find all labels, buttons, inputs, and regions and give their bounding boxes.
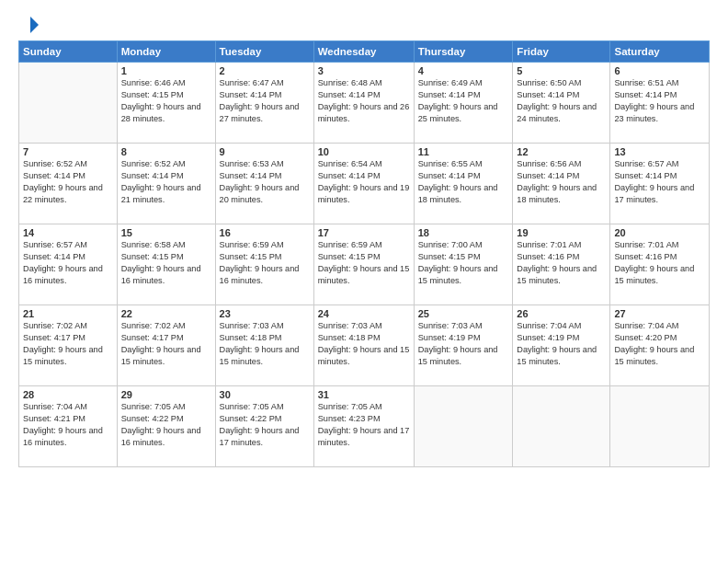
day-info: Sunrise: 6:57 AMSunset: 4:14 PMDaylight:…: [23, 239, 113, 287]
day-info: Sunrise: 6:56 AMSunset: 4:14 PMDaylight:…: [517, 158, 606, 206]
day-number: 27: [614, 308, 705, 319]
calendar-day-cell: 24Sunrise: 7:03 AMSunset: 4:18 PMDayligh…: [313, 305, 414, 386]
weekday-header-tuesday: Tuesday: [215, 41, 313, 63]
calendar-day-cell: [610, 386, 710, 467]
day-number: 3: [318, 65, 410, 76]
day-info: Sunrise: 6:51 AMSunset: 4:14 PMDaylight:…: [614, 77, 705, 125]
day-info: Sunrise: 6:49 AMSunset: 4:14 PMDaylight:…: [418, 77, 509, 125]
calendar-day-cell: [513, 386, 610, 467]
day-number: 17: [318, 227, 410, 238]
day-number: 1: [121, 65, 211, 76]
calendar-day-cell: 10Sunrise: 6:54 AMSunset: 4:14 PMDayligh…: [313, 144, 414, 224]
day-info: Sunrise: 6:48 AMSunset: 4:14 PMDaylight:…: [318, 77, 410, 125]
day-info: Sunrise: 6:52 AMSunset: 4:14 PMDaylight:…: [23, 158, 113, 206]
day-info: Sunrise: 7:04 AMSunset: 4:21 PMDaylight:…: [23, 401, 113, 449]
calendar-week-2: 7Sunrise: 6:52 AMSunset: 4:14 PMDaylight…: [19, 144, 710, 224]
calendar-day-cell: 26Sunrise: 7:04 AMSunset: 4:19 PMDayligh…: [513, 305, 610, 386]
calendar-day-cell: 7Sunrise: 6:52 AMSunset: 4:14 PMDaylight…: [19, 144, 118, 224]
day-number: 13: [614, 146, 705, 157]
calendar-day-cell: 14Sunrise: 6:57 AMSunset: 4:14 PMDayligh…: [19, 224, 118, 305]
calendar-day-cell: 19Sunrise: 7:01 AMSunset: 4:16 PMDayligh…: [513, 224, 610, 305]
day-number: 5: [517, 65, 606, 76]
calendar-day-cell: 13Sunrise: 6:57 AMSunset: 4:14 PMDayligh…: [610, 144, 710, 224]
day-number: 25: [418, 308, 509, 319]
day-info: Sunrise: 6:59 AMSunset: 4:15 PMDaylight:…: [220, 239, 310, 287]
day-number: 18: [418, 227, 509, 238]
calendar-day-cell: 16Sunrise: 6:59 AMSunset: 4:15 PMDayligh…: [215, 224, 313, 305]
calendar-day-cell: 12Sunrise: 6:56 AMSunset: 4:14 PMDayligh…: [513, 144, 610, 224]
day-info: Sunrise: 6:47 AMSunset: 4:14 PMDaylight:…: [220, 77, 310, 125]
calendar-day-cell: 28Sunrise: 7:04 AMSunset: 4:21 PMDayligh…: [19, 386, 118, 467]
day-number: 31: [318, 389, 410, 400]
calendar-day-cell: 18Sunrise: 7:00 AMSunset: 4:15 PMDayligh…: [414, 224, 513, 305]
calendar-week-5: 28Sunrise: 7:04 AMSunset: 4:21 PMDayligh…: [19, 386, 710, 467]
weekday-header-wednesday: Wednesday: [313, 41, 414, 63]
logo: [18, 15, 40, 31]
calendar-day-cell: 22Sunrise: 7:02 AMSunset: 4:17 PMDayligh…: [117, 305, 215, 386]
calendar-day-cell: 25Sunrise: 7:03 AMSunset: 4:19 PMDayligh…: [414, 305, 513, 386]
page: SundayMondayTuesdayWednesdayThursdayFrid…: [0, 0, 728, 563]
day-info: Sunrise: 7:04 AMSunset: 4:20 PMDaylight:…: [614, 320, 705, 368]
day-number: 11: [418, 146, 509, 157]
day-info: Sunrise: 7:02 AMSunset: 4:17 PMDaylight:…: [23, 320, 113, 368]
calendar-day-cell: 2Sunrise: 6:47 AMSunset: 4:14 PMDaylight…: [215, 63, 313, 144]
day-number: 30: [220, 389, 310, 400]
day-number: 10: [318, 146, 410, 157]
day-number: 24: [318, 308, 410, 319]
day-info: Sunrise: 6:53 AMSunset: 4:14 PMDaylight:…: [220, 158, 310, 206]
day-number: 19: [517, 227, 606, 238]
logo-flag-icon: [20, 15, 40, 35]
weekday-header-friday: Friday: [513, 41, 610, 63]
day-number: 9: [220, 146, 310, 157]
day-number: 2: [220, 65, 310, 76]
day-info: Sunrise: 7:05 AMSunset: 4:22 PMDaylight:…: [220, 401, 310, 449]
day-number: 7: [23, 146, 113, 157]
day-number: 6: [614, 65, 705, 76]
calendar-day-cell: 4Sunrise: 6:49 AMSunset: 4:14 PMDaylight…: [414, 63, 513, 144]
day-info: Sunrise: 7:01 AMSunset: 4:16 PMDaylight:…: [517, 239, 606, 287]
calendar-day-cell: 17Sunrise: 6:59 AMSunset: 4:15 PMDayligh…: [313, 224, 414, 305]
day-number: 12: [517, 146, 606, 157]
calendar-day-cell: 20Sunrise: 7:01 AMSunset: 4:16 PMDayligh…: [610, 224, 710, 305]
weekday-header-sunday: Sunday: [19, 41, 118, 63]
calendar-day-cell: 1Sunrise: 6:46 AMSunset: 4:15 PMDaylight…: [117, 63, 215, 144]
calendar-day-cell: [414, 386, 513, 467]
calendar-week-3: 14Sunrise: 6:57 AMSunset: 4:14 PMDayligh…: [19, 224, 710, 305]
calendar-day-cell: 21Sunrise: 7:02 AMSunset: 4:17 PMDayligh…: [19, 305, 118, 386]
calendar-day-cell: 6Sunrise: 6:51 AMSunset: 4:14 PMDaylight…: [610, 63, 710, 144]
day-number: 23: [220, 308, 310, 319]
day-info: Sunrise: 6:50 AMSunset: 4:14 PMDaylight:…: [517, 77, 606, 125]
day-number: 8: [121, 146, 211, 157]
calendar-day-cell: 30Sunrise: 7:05 AMSunset: 4:22 PMDayligh…: [215, 386, 313, 467]
day-info: Sunrise: 6:54 AMSunset: 4:14 PMDaylight:…: [318, 158, 410, 206]
day-info: Sunrise: 6:59 AMSunset: 4:15 PMDaylight:…: [318, 239, 410, 287]
day-info: Sunrise: 7:03 AMSunset: 4:18 PMDaylight:…: [318, 320, 410, 368]
day-info: Sunrise: 6:58 AMSunset: 4:15 PMDaylight:…: [121, 239, 211, 287]
weekday-header-saturday: Saturday: [610, 41, 710, 63]
day-info: Sunrise: 6:57 AMSunset: 4:14 PMDaylight:…: [614, 158, 705, 206]
calendar-day-cell: 8Sunrise: 6:52 AMSunset: 4:14 PMDaylight…: [117, 144, 215, 224]
calendar-day-cell: 15Sunrise: 6:58 AMSunset: 4:15 PMDayligh…: [117, 224, 215, 305]
day-number: 20: [614, 227, 705, 238]
header: [18, 15, 710, 31]
weekday-header-thursday: Thursday: [414, 41, 513, 63]
day-number: 16: [220, 227, 310, 238]
day-info: Sunrise: 6:52 AMSunset: 4:14 PMDaylight:…: [121, 158, 211, 206]
day-number: 21: [23, 308, 113, 319]
calendar-day-cell: 29Sunrise: 7:05 AMSunset: 4:22 PMDayligh…: [117, 386, 215, 467]
calendar-day-cell: 9Sunrise: 6:53 AMSunset: 4:14 PMDaylight…: [215, 144, 313, 224]
calendar-table: SundayMondayTuesdayWednesdayThursdayFrid…: [18, 40, 710, 467]
calendar-day-cell: 11Sunrise: 6:55 AMSunset: 4:14 PMDayligh…: [414, 144, 513, 224]
weekday-header-monday: Monday: [117, 41, 215, 63]
day-info: Sunrise: 7:04 AMSunset: 4:19 PMDaylight:…: [517, 320, 606, 368]
day-info: Sunrise: 7:03 AMSunset: 4:18 PMDaylight:…: [220, 320, 310, 368]
day-number: 15: [121, 227, 211, 238]
calendar-day-cell: 23Sunrise: 7:03 AMSunset: 4:18 PMDayligh…: [215, 305, 313, 386]
day-info: Sunrise: 7:03 AMSunset: 4:19 PMDaylight:…: [418, 320, 509, 368]
day-info: Sunrise: 6:46 AMSunset: 4:15 PMDaylight:…: [121, 77, 211, 125]
calendar-day-cell: [19, 63, 118, 144]
day-number: 28: [23, 389, 113, 400]
calendar-day-cell: 3Sunrise: 6:48 AMSunset: 4:14 PMDaylight…: [313, 63, 414, 144]
day-info: Sunrise: 7:05 AMSunset: 4:23 PMDaylight:…: [318, 401, 410, 449]
day-number: 29: [121, 389, 211, 400]
